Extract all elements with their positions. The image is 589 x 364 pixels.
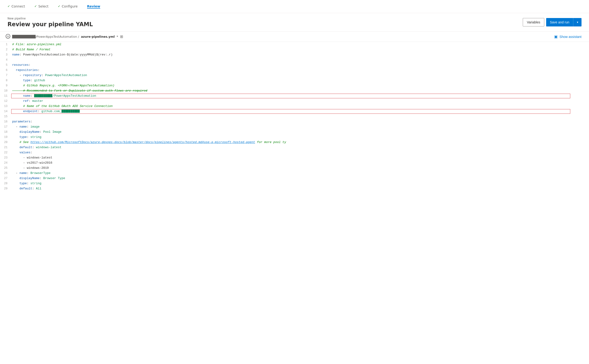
line-content[interactable]: parameters: <box>11 119 589 124</box>
line-content[interactable]: values: <box>11 150 589 155</box>
code-line: 12 ref: master <box>0 98 589 104</box>
code-line: 15 <box>0 114 589 119</box>
line-number: 28 <box>0 181 11 186</box>
line-number: 23 <box>0 155 11 160</box>
code-line: 29 default: All <box>0 186 589 191</box>
variables-button[interactable]: Variables <box>523 18 544 26</box>
code-line: 19 type: string <box>0 135 589 140</box>
save-run-main-button[interactable]: Save and run <box>546 19 573 26</box>
line-number: 5 <box>0 63 11 68</box>
code-line: 21 default: windows-latest <box>0 145 589 150</box>
line-number: 29 <box>0 186 11 191</box>
line-content[interactable]: - vs2017-win2016 <box>11 160 589 165</box>
line-content[interactable]: repositories: <box>11 68 589 73</box>
code-line: 24 - vs2017-win2016 <box>0 160 589 165</box>
line-number: 26 <box>0 171 11 176</box>
wizard-step-select[interactable]: ✓ Select <box>34 4 48 9</box>
line-number: 10 <box>0 88 11 93</box>
line-number: 22 <box>0 150 11 155</box>
wizard-step-connect[interactable]: ✓ Connect <box>7 4 25 9</box>
line-content[interactable]: name: ██████████/PowerAppsTestAutomation <box>11 93 589 98</box>
code-line: 28 type: string <box>0 181 589 186</box>
line-content[interactable]: type: github <box>11 78 589 83</box>
code-line: 1# File: azure-pipelines.yml <box>0 42 589 47</box>
line-content[interactable]: ref: master <box>11 98 589 104</box>
line-number: 27 <box>0 176 11 181</box>
line-content[interactable]: # Build Name / Format <box>11 47 589 52</box>
page-header: New pipeline Review your pipeline YAML V… <box>0 13 589 32</box>
code-line: 4 <box>0 57 589 63</box>
page-header-left: New pipeline Review your pipeline YAML <box>7 17 93 28</box>
line-number: 21 <box>0 145 11 150</box>
line-content[interactable]: displayName: Pool Image <box>11 130 589 135</box>
line-content[interactable]: - repository: PowerAppsTestAutomation <box>11 73 589 78</box>
wizard-bar: ✓ Connect ✓ Select ✓ Configure Review <box>0 0 589 13</box>
line-content[interactable]: resources: <box>11 63 589 68</box>
line-content[interactable]: name: PowerAppsTestAutomation-$(date:yyy… <box>11 52 589 57</box>
code-line: 6 repositories: <box>0 68 589 73</box>
settings-icon[interactable]: ⊞ <box>120 34 123 39</box>
editor-file-info: ⊙ ██████████/PowerAppsTestAutomation / a… <box>6 34 123 39</box>
modified-indicator: * <box>117 35 118 38</box>
line-number: 12 <box>0 98 11 104</box>
line-number: 4 <box>0 57 11 63</box>
line-content[interactable]: endpoint: github.com_██████████ <box>11 109 589 114</box>
chevron-down-icon: ▾ <box>577 21 578 24</box>
line-content[interactable]: - name: BrowserType <box>11 171 589 176</box>
wizard-step-review[interactable]: Review <box>87 4 100 9</box>
line-number: 24 <box>0 160 11 165</box>
code-line: 25 - windows-2019 <box>0 165 589 171</box>
breadcrumb: New pipeline <box>7 17 93 20</box>
line-content[interactable]: default: windows-latest <box>11 145 589 150</box>
line-number: 15 <box>0 114 11 119</box>
line-content[interactable]: # Name of the GitHub OAuth ADO Service C… <box>11 104 589 109</box>
wizard-step-select-label: Select <box>39 4 48 8</box>
code-editor[interactable]: 1# File: azure-pipelines.yml2# Build Nam… <box>0 42 589 191</box>
code-line: 16parameters: <box>0 119 589 124</box>
editor-toolbar: ⊙ ██████████/PowerAppsTestAutomation / a… <box>0 32 589 42</box>
line-content[interactable]: # File: azure-pipelines.yml <box>11 42 589 47</box>
code-line: 10 # Recommended to Fork or Duplicate if… <box>0 88 589 93</box>
line-number: 14 <box>0 109 11 114</box>
show-assistant-icon: ▣ <box>554 34 558 39</box>
wizard-step-review-label: Review <box>87 4 100 8</box>
line-number: 11 <box>0 93 11 98</box>
line-content[interactable]: type: string <box>11 135 589 140</box>
line-content[interactable]: - windows-2019 <box>11 165 589 171</box>
line-number: 19 <box>0 135 11 140</box>
line-number: 9 <box>0 83 11 88</box>
repo-path: ██████████/PowerAppsTestAutomation / <box>12 35 79 38</box>
line-content[interactable]: type: string <box>11 181 589 186</box>
check-icon-select: ✓ <box>34 4 37 8</box>
code-line: 26 - name: BrowserType <box>0 171 589 176</box>
line-number: 13 <box>0 104 11 109</box>
line-content[interactable]: - windows-latest <box>11 155 589 160</box>
line-content[interactable]: # See https://github.com/MicrosoftDocs/a… <box>11 140 589 145</box>
line-number: 25 <box>0 165 11 171</box>
line-content[interactable]: # GitHub Repo(e.g. <FORK>/PowerAppsTestA… <box>11 83 589 88</box>
line-number: 6 <box>0 68 11 73</box>
show-assistant-label: Show assistant <box>559 35 582 39</box>
line-number: 18 <box>0 130 11 135</box>
line-content[interactable]: - name: image <box>11 124 589 130</box>
line-content[interactable] <box>11 114 589 119</box>
line-content[interactable]: # Recommended to Fork or Duplicate if cu… <box>11 88 589 93</box>
code-line: 20 # See https://github.com/MicrosoftDoc… <box>0 140 589 145</box>
line-content[interactable]: displayName: Browser Type <box>11 176 589 181</box>
line-content[interactable] <box>11 57 589 63</box>
code-line: 17 - name: image <box>0 124 589 130</box>
save-run-chevron-button[interactable]: ▾ <box>573 18 582 26</box>
line-number: 1 <box>0 42 11 47</box>
wizard-step-configure-label: Configure <box>62 4 78 8</box>
file-name[interactable]: azure-pipelines.yml <box>81 35 115 38</box>
wizard-step-configure[interactable]: ✓ Configure <box>58 4 78 9</box>
check-icon-configure: ✓ <box>58 4 60 8</box>
code-line: 11 name: ██████████/PowerAppsTestAutomat… <box>0 93 589 98</box>
line-number: 16 <box>0 119 11 124</box>
github-icon: ⊙ <box>6 34 10 39</box>
code-line: 3name: PowerAppsTestAutomation-$(date:yy… <box>0 52 589 57</box>
show-assistant-button[interactable]: ▣ Show assistant <box>552 33 583 40</box>
line-content[interactable]: default: All <box>11 186 589 191</box>
check-icon-connect: ✓ <box>7 4 10 8</box>
line-number: 8 <box>0 78 11 83</box>
